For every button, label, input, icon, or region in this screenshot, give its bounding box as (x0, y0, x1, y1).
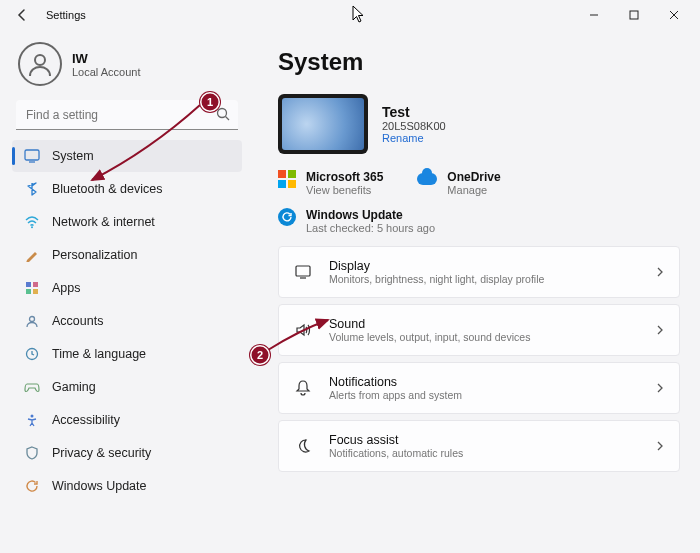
annotation-badge-2: 2 (250, 345, 270, 365)
annotation-badge-1: 1 (200, 92, 220, 112)
annotation-arrow-2 (0, 0, 700, 553)
cursor-icon (352, 5, 368, 25)
